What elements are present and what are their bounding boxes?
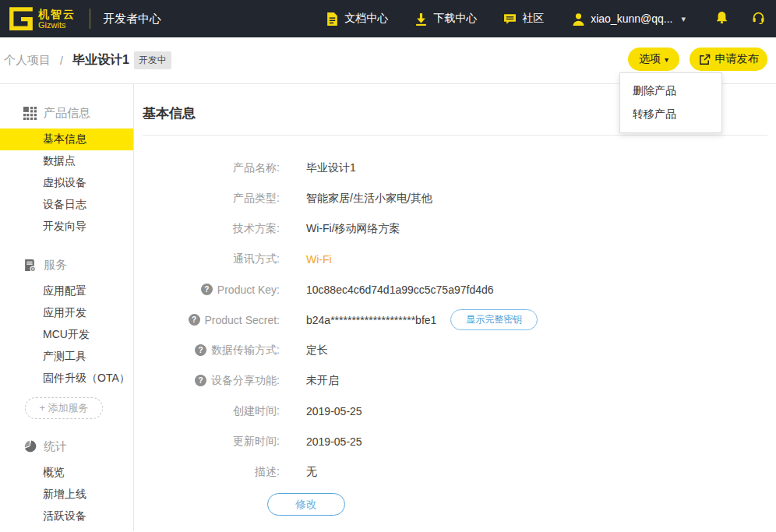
gizwits-logo[interactable]: 机智云 Gizwits — [8, 5, 76, 32]
nav-doc-center[interactable]: 文档中心 — [326, 12, 388, 26]
field-communication-method: 通讯方式: Wi-Fi — [143, 244, 767, 274]
user-icon — [572, 12, 585, 26]
modify-button[interactable]: 修改 — [267, 493, 345, 516]
sidebar-item-active-devices[interactable]: 活跃设备 — [0, 506, 133, 527]
product-secret-value: b24a********************bfe1 — [306, 314, 436, 326]
help-icon[interactable]: ? — [195, 344, 206, 356]
help-icon[interactable]: ? — [195, 375, 206, 386]
community-icon — [503, 12, 517, 26]
menu-item-delete-product[interactable]: 删除产品 — [620, 79, 721, 103]
field-label: 技术方案: — [143, 222, 280, 236]
field-label: 产品名称: — [143, 161, 280, 175]
field-created-time: 创建时间: 2019-05-25 — [143, 396, 767, 426]
sidebar-section-title-label: 服务 — [44, 258, 67, 273]
field-value: 毕业设计1 — [306, 161, 356, 175]
field-description: 描述: 无 — [143, 456, 767, 487]
nav-download-center[interactable]: 下载中心 — [414, 12, 477, 26]
field-label: 产品类型: — [143, 192, 280, 206]
sidebar-item-dev-wizard[interactable]: 开发向导 — [0, 216, 133, 238]
breadcrumb-root[interactable]: 个人项目 — [4, 53, 51, 68]
top-header: 机智云 Gizwits 开发者中心 文档中心 下载中心 — [0, 0, 776, 37]
options-button-label: 选项 — [639, 52, 661, 66]
help-icon[interactable]: ? — [189, 314, 200, 326]
sidebar-item-basic-info[interactable]: 基本信息 — [0, 129, 133, 150]
field-tech-solution: 技术方案: Wi-Fi/移动网络方案 — [143, 213, 767, 244]
field-label: ? 设备分享功能: — [143, 374, 280, 388]
caret-down-icon: ▾ — [665, 55, 668, 64]
sidebar-item-mcu-dev[interactable]: MCU开发 — [0, 324, 133, 346]
breadcrumb-separator: / — [60, 55, 63, 67]
main-content: 基本信息 产品名称: 毕业设计1 产品类型: 智能家居/生活小家电/其他 技术方… — [134, 84, 776, 531]
field-value: 定长 — [306, 344, 328, 358]
field-value: 智能家居/生活小家电/其他 — [306, 192, 432, 206]
header-divider — [90, 9, 90, 29]
sidebar-item-app-dev[interactable]: 应用开发 — [0, 302, 133, 324]
basic-info-fields: 产品名称: 毕业设计1 产品类型: 智能家居/生活小家电/其他 技术方案: Wi… — [143, 153, 767, 487]
field-label: ? Product Key: — [143, 284, 280, 296]
sidebar-item-active-period[interactable]: 活跃周期 — [0, 527, 133, 532]
user-menu[interactable]: xiao_kunn@qq... ▾ — [572, 12, 686, 26]
field-product-secret: ? Product Secret: b24a******************… — [143, 305, 767, 335]
pie-chart-icon — [23, 440, 37, 453]
external-link-icon — [699, 54, 711, 65]
user-name: xiao_kunn@qq... — [591, 12, 672, 25]
sidebar-section-product-info: 产品信息 基本信息 数据点 虚拟设备 设备日志 开发向导 — [0, 106, 133, 238]
sidebar-item-data-points[interactable]: 数据点 — [0, 150, 133, 172]
sidebar-item-device-logs[interactable]: 设备日志 — [0, 194, 133, 216]
field-value: 无 — [306, 465, 317, 479]
sidebar-item-app-config[interactable]: 应用配置 — [0, 280, 133, 302]
gizwits-g-icon — [8, 5, 34, 32]
service-icon — [23, 259, 37, 272]
sidebar-item-overview[interactable]: 概览 — [0, 462, 133, 484]
menu-item-transfer-product[interactable]: 转移产品 — [620, 103, 721, 126]
show-full-secret-button[interactable]: 显示完整密钥 — [450, 309, 538, 330]
field-value-wifi: Wi-Fi — [306, 253, 332, 266]
field-label: 更新时间: — [143, 435, 280, 449]
logo-cn: 机智云 — [38, 9, 76, 19]
status-badge: 开发中 — [134, 51, 171, 69]
field-product-name: 产品名称: 毕业设计1 — [143, 153, 767, 183]
sidebar: 产品信息 基本信息 数据点 虚拟设备 设备日志 开发向导 服务 应用配置 应用开… — [0, 84, 134, 531]
options-dropdown-menu: 删除产品 转移产品 — [619, 72, 722, 133]
field-label: ? 数据传输方式: — [143, 344, 280, 358]
sidebar-item-virtual-device[interactable]: 虚拟设备 — [0, 172, 133, 194]
nav-community[interactable]: 社区 — [503, 12, 544, 26]
field-label: 描述: — [143, 465, 280, 479]
breadcrumb-current: 毕业设计1 — [72, 52, 129, 69]
logo-en: Gizwits — [38, 21, 76, 30]
sidebar-section-title: 统计 — [0, 439, 133, 454]
field-value: 2019-05-25 — [306, 405, 362, 417]
bell-icon — [715, 11, 728, 24]
apply-publish-button[interactable]: 申请发布 — [690, 48, 767, 71]
add-service-button[interactable]: + 添加服务 — [25, 397, 103, 419]
field-value: 2019-05-25 — [306, 435, 362, 448]
help-icon[interactable]: ? — [201, 284, 213, 295]
product-key-value: 10c88ec4c6d74d1a99cc5c75a97fd4d6 — [306, 284, 494, 296]
caret-down-icon: ▾ — [681, 14, 686, 24]
field-product-type: 产品类型: 智能家居/生活小家电/其他 — [143, 183, 767, 213]
field-label: 通讯方式: — [143, 252, 280, 266]
field-value: Wi-Fi/移动网络方案 — [306, 222, 400, 236]
field-label: 创建时间: — [143, 404, 280, 418]
sidebar-section-title-label: 产品信息 — [44, 106, 90, 121]
field-value: 未开启 — [306, 374, 339, 388]
headset-icon — [752, 11, 765, 24]
sidebar-section-title-label: 统计 — [44, 439, 67, 454]
sidebar-section-title: 服务 — [0, 258, 133, 273]
sidebar-section-statistics: 统计 概览 新增上线 活跃设备 活跃周期 连接时长 — [0, 439, 133, 532]
support-button[interactable] — [752, 11, 765, 27]
notifications-button[interactable] — [715, 11, 728, 27]
portal-title: 开发者中心 — [103, 12, 161, 26]
nav-community-label: 社区 — [522, 12, 544, 26]
options-button[interactable]: 选项 ▾ — [628, 48, 679, 71]
document-icon — [326, 12, 339, 26]
sidebar-item-ota[interactable]: 固件升级（OTA） — [0, 368, 133, 389]
field-product-key: ? Product Key: 10c88ec4c6d74d1a99cc5c75a… — [143, 274, 767, 305]
logo-text: 机智云 Gizwits — [38, 9, 76, 30]
header-nav: 文档中心 下载中心 社区 xiao_kunn@qq... ▾ — [299, 11, 765, 27]
download-icon — [414, 12, 428, 26]
sidebar-item-production-test[interactable]: 产测工具 — [0, 346, 133, 368]
sidebar-item-new-online[interactable]: 新增上线 — [0, 484, 133, 506]
apply-publish-label: 申请发布 — [715, 52, 759, 66]
field-label: ? Product Secret: — [143, 314, 280, 326]
